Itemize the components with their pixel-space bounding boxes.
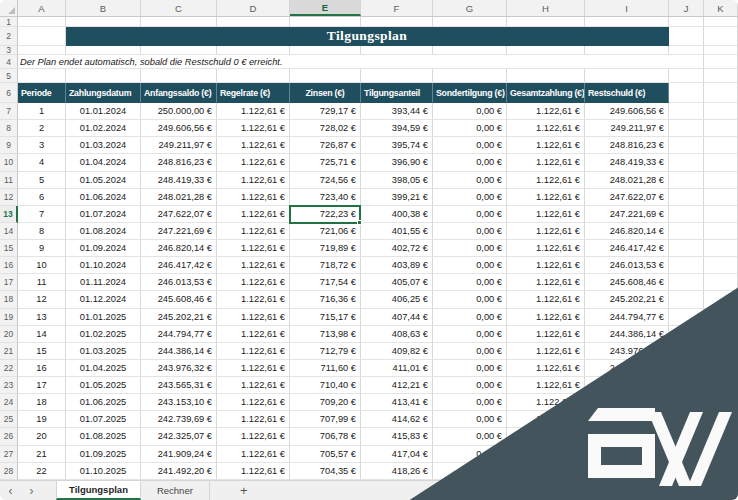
cell-J27[interactable] bbox=[669, 446, 704, 463]
cell-C25[interactable]: 242.739,69 € bbox=[141, 411, 217, 428]
cell-C16[interactable]: 246.417,42 € bbox=[141, 257, 217, 274]
cell-K4[interactable] bbox=[704, 55, 738, 69]
cell-K22[interactable] bbox=[704, 360, 738, 377]
header-cell-6[interactable]: Sondertilgung (€) bbox=[433, 83, 507, 103]
cell-G10[interactable]: 0,00 € bbox=[433, 154, 507, 171]
cell-A10[interactable]: 4 bbox=[18, 154, 66, 171]
cell-H19[interactable]: 1.122,61 € bbox=[507, 309, 585, 326]
cell-E7[interactable]: 729,17 € bbox=[290, 103, 361, 120]
cell-F7[interactable]: 393,44 € bbox=[361, 103, 433, 120]
cell-F20[interactable]: 408,63 € bbox=[361, 326, 433, 343]
header-cell-1[interactable]: Zahlungsdatum bbox=[66, 83, 141, 103]
header-cell-5[interactable]: Tilgungsanteil bbox=[361, 83, 433, 103]
row-header-21[interactable]: 21 bbox=[0, 343, 18, 360]
cell-K13[interactable] bbox=[704, 206, 738, 223]
cell-I16[interactable]: 246.013,53 € bbox=[585, 257, 669, 274]
cell-K20[interactable] bbox=[704, 326, 738, 343]
cell-F25[interactable]: 414,62 € bbox=[361, 411, 433, 428]
cell-H9[interactable]: 1.122,61 € bbox=[507, 137, 585, 154]
cell-K21[interactable] bbox=[704, 343, 738, 360]
row-header-12[interactable]: 12 bbox=[0, 189, 18, 206]
row-header-16[interactable]: 16 bbox=[0, 257, 18, 274]
cell-E25[interactable]: 707,99 € bbox=[290, 411, 361, 428]
cell-G19[interactable]: 0,00 € bbox=[433, 309, 507, 326]
cell-D5[interactable] bbox=[217, 69, 290, 83]
cell-H11[interactable]: 1.122,61 € bbox=[507, 172, 585, 189]
cell-K16[interactable] bbox=[704, 257, 738, 274]
cell-H12[interactable]: 1.122,61 € bbox=[507, 189, 585, 206]
column-header-J[interactable]: J bbox=[669, 0, 704, 16]
cell-F18[interactable]: 406,25 € bbox=[361, 291, 433, 308]
cell-J10[interactable] bbox=[669, 154, 704, 171]
cell-D13[interactable]: 1.122,61 € bbox=[217, 206, 290, 223]
cell-B13[interactable]: 01.07.2024 bbox=[66, 206, 141, 223]
cell-B26[interactable]: 01.08.2025 bbox=[66, 428, 141, 445]
cell-J13[interactable] bbox=[669, 206, 704, 223]
cell-A23[interactable]: 17 bbox=[18, 377, 66, 394]
row-header-27[interactable]: 27 bbox=[0, 446, 18, 463]
cell-B15[interactable]: 01.09.2024 bbox=[66, 240, 141, 257]
cell-D18[interactable]: 1.122,61 € bbox=[217, 291, 290, 308]
cell-F23[interactable]: 412,21 € bbox=[361, 377, 433, 394]
cell-B14[interactable]: 01.08.2024 bbox=[66, 223, 141, 240]
cell-I13[interactable]: 247.221,69 € bbox=[585, 206, 669, 223]
cell-E17[interactable]: 717,54 € bbox=[290, 274, 361, 291]
cell-G3[interactable] bbox=[433, 46, 507, 55]
cell-B11[interactable]: 01.05.2024 bbox=[66, 172, 141, 189]
cell-H26[interactable]: 1.122,61 € bbox=[507, 428, 585, 445]
cell-G18[interactable]: 0,00 € bbox=[433, 291, 507, 308]
cell-E3[interactable] bbox=[290, 46, 361, 55]
cell-G7[interactable]: 0,00 € bbox=[433, 103, 507, 120]
cell-D22[interactable]: 1.122,61 € bbox=[217, 360, 290, 377]
cell-I9[interactable]: 248.816,23 € bbox=[585, 137, 669, 154]
cell-K18[interactable] bbox=[704, 291, 738, 308]
cell-C5[interactable] bbox=[141, 69, 217, 83]
cell-D19[interactable]: 1.122,61 € bbox=[217, 309, 290, 326]
cell-C3[interactable] bbox=[141, 46, 217, 55]
cell-G12[interactable]: 0,00 € bbox=[433, 189, 507, 206]
cell-E23[interactable]: 710,40 € bbox=[290, 377, 361, 394]
cell-A18[interactable]: 12 bbox=[18, 291, 66, 308]
cell-J8[interactable] bbox=[669, 120, 704, 137]
cell-E20[interactable]: 713,98 € bbox=[290, 326, 361, 343]
header-cell-3[interactable]: Regelrate (€) bbox=[217, 83, 290, 103]
cell-G8[interactable]: 0,00 € bbox=[433, 120, 507, 137]
cell-G25[interactable]: 0,00 € bbox=[433, 411, 507, 428]
select-all-corner[interactable] bbox=[0, 0, 18, 16]
add-sheet-button[interactable]: + bbox=[224, 481, 264, 500]
cell-D27[interactable]: 1.122,61 € bbox=[217, 446, 290, 463]
cell-C13[interactable]: 247.622,07 € bbox=[141, 206, 217, 223]
cell-F14[interactable]: 401,55 € bbox=[361, 223, 433, 240]
cell-H23[interactable]: 1.122,61 € bbox=[507, 377, 585, 394]
cell-G13[interactable]: 0,00 € bbox=[433, 206, 507, 223]
cell-B27[interactable]: 01.09.2025 bbox=[66, 446, 141, 463]
cell-C19[interactable]: 245.202,21 € bbox=[141, 309, 217, 326]
cell-F27[interactable]: 417,04 € bbox=[361, 446, 433, 463]
row-header-22[interactable]: 22 bbox=[0, 360, 18, 377]
cell-H22[interactable]: 1.122,61 € bbox=[507, 360, 585, 377]
cell-D17[interactable]: 1.122,61 € bbox=[217, 274, 290, 291]
cell-I20[interactable]: 244.386,14 € bbox=[585, 326, 669, 343]
cell-H28[interactable]: 1.122,61 € bbox=[507, 463, 585, 480]
cell-K10[interactable] bbox=[704, 154, 738, 171]
cell-A24[interactable]: 18 bbox=[18, 394, 66, 411]
cell-G28[interactable]: 0,00 € bbox=[433, 463, 507, 480]
cell-B5[interactable] bbox=[66, 69, 141, 83]
cell-B21[interactable]: 01.03.2025 bbox=[66, 343, 141, 360]
cell-H7[interactable]: 1.122,61 € bbox=[507, 103, 585, 120]
cell-J16[interactable] bbox=[669, 257, 704, 274]
cell-E22[interactable]: 711,60 € bbox=[290, 360, 361, 377]
cell-D24[interactable]: 1.122,61 € bbox=[217, 394, 290, 411]
cell-J19[interactable] bbox=[669, 309, 704, 326]
cell-D1[interactable] bbox=[217, 17, 290, 27]
row-header-28[interactable]: 28 bbox=[0, 463, 18, 480]
row-header-26[interactable]: 26 bbox=[0, 428, 18, 445]
row-header-1[interactable]: 1 bbox=[0, 17, 18, 27]
cell-A21[interactable]: 15 bbox=[18, 343, 66, 360]
column-header-B[interactable]: B bbox=[66, 0, 141, 16]
cell-J6[interactable] bbox=[669, 83, 704, 103]
row-header-6[interactable]: 6 bbox=[0, 83, 18, 103]
row-header-15[interactable]: 15 bbox=[0, 240, 18, 257]
cell-I5[interactable] bbox=[585, 69, 669, 83]
cell-H20[interactable]: 1.122,61 € bbox=[507, 326, 585, 343]
